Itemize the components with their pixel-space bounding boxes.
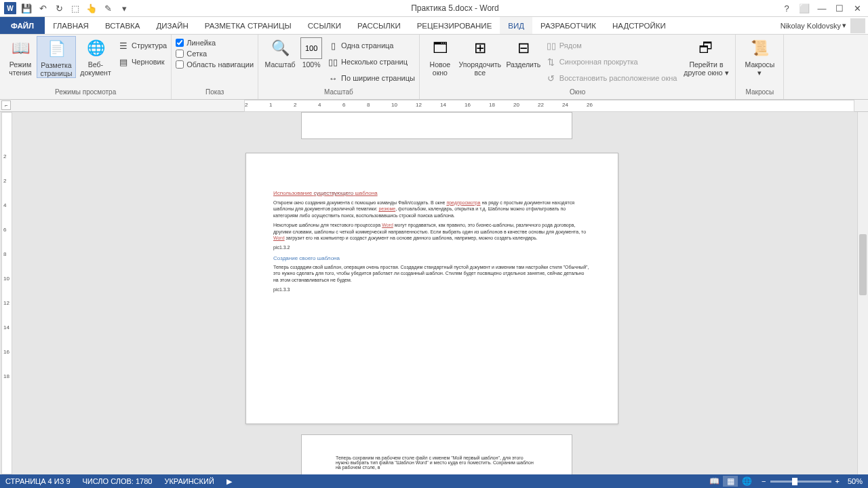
- sync-icon: ⇅: [546, 56, 557, 67]
- vertical-ruler[interactable]: 224681012141618: [1, 112, 12, 474]
- sync-scroll-button: ⇅Синхронная прокрутка: [546, 55, 677, 69]
- tab-insert[interactable]: ВСТАВКА: [97, 17, 149, 34]
- nav-pane-checkbox[interactable]: Область навигации: [176, 60, 254, 69]
- switch-icon: 🗗: [695, 37, 717, 59]
- qat-dropdown-icon[interactable]: ▾: [117, 1, 132, 16]
- redo-icon[interactable]: ↻: [52, 1, 66, 16]
- ribbon: 📖 Режим чтения 📄 Разметка страницы 🌐 Веб…: [0, 35, 868, 100]
- print-view-icon[interactable]: ▦: [723, 476, 738, 487]
- arrange-icon: ⊞: [469, 37, 491, 59]
- new-window-button[interactable]: 🗔 Новое окно: [424, 36, 456, 77]
- paragraph: Некоторые шаблоны для текстового процесс…: [273, 222, 591, 241]
- tab-view[interactable]: ВИД: [500, 17, 532, 34]
- gridlines-checkbox[interactable]: Сетка: [176, 50, 254, 58]
- group-views: 📖 Режим чтения 📄 Разметка страницы 🌐 Веб…: [0, 35, 172, 99]
- group-show: Линейка Сетка Область навигации Показ: [172, 35, 258, 99]
- user-account[interactable]: Nikolay Koldovsky ▾: [781, 17, 868, 34]
- zoom-button[interactable]: 🔍 Масштаб: [262, 36, 298, 69]
- macros-button[interactable]: 📜 Макросы▾: [740, 36, 779, 77]
- outline-button[interactable]: ☰Структура: [118, 39, 167, 52]
- scrollbar-thumb[interactable]: [859, 234, 867, 295]
- split-icon: ⊟: [513, 37, 534, 59]
- zoom-slider-knob[interactable]: [792, 478, 797, 485]
- tab-home[interactable]: ГЛАВНАЯ: [45, 17, 97, 34]
- group-label: Показ: [176, 88, 254, 99]
- split-button[interactable]: ⊟ Разделить: [504, 36, 543, 69]
- ruler-corner[interactable]: ⌐: [1, 100, 11, 110]
- draft-icon: ▤: [118, 56, 129, 67]
- status-word-count[interactable]: ЧИСЛО СЛОВ: 1780: [83, 477, 153, 485]
- tab-developer[interactable]: РАЗРАБОТЧИК: [532, 17, 604, 34]
- print-layout-icon: 📄: [45, 38, 67, 60]
- hundred-icon: 100: [300, 37, 322, 59]
- arrange-all-button[interactable]: ⊞ Упорядочить все: [456, 36, 504, 77]
- next-page[interactable]: Теперь сохраним на рабочем столе файл с …: [301, 434, 572, 474]
- side-by-side-button: ▯▯Рядом: [546, 39, 677, 52]
- undo-icon[interactable]: ↶: [35, 1, 50, 16]
- outline-icon: ☰: [118, 40, 129, 51]
- zoom-control: − + 50%: [762, 477, 863, 485]
- status-macro-icon[interactable]: ▶: [226, 477, 232, 486]
- reset-window-button: ↺Восстановить расположение окна: [546, 71, 677, 85]
- switch-window-button[interactable]: 🗗 Перейти в другое окно ▾: [681, 36, 731, 77]
- zoom-in-button[interactable]: +: [835, 477, 840, 485]
- status-page[interactable]: СТРАНИЦА 4 ИЗ 9: [5, 477, 71, 485]
- close-icon[interactable]: ✕: [849, 3, 865, 14]
- group-macros: 📜 Макросы▾ Макросы: [736, 35, 784, 99]
- print-layout-button[interactable]: 📄 Разметка страницы: [37, 36, 76, 78]
- zoom-out-button[interactable]: −: [762, 477, 766, 485]
- qat-item-icon[interactable]: ⬚: [68, 1, 83, 16]
- one-page-icon: ▯: [328, 40, 338, 51]
- window-controls: ? ⬜ — ☐ ✕: [778, 3, 868, 14]
- help-icon[interactable]: ?: [778, 3, 795, 14]
- zoom-icon: 🔍: [269, 37, 291, 59]
- tab-mailings[interactable]: РАССЫЛКИ: [349, 17, 409, 34]
- horizontal-ruler[interactable]: ⌐ 212468101214161820222426: [0, 100, 868, 112]
- word-app-icon[interactable]: W: [3, 1, 18, 16]
- tab-review[interactable]: РЕЦЕНЗИРОВАНИЕ: [409, 17, 500, 34]
- tab-file[interactable]: ФАЙЛ: [0, 17, 45, 34]
- maximize-icon[interactable]: ☐: [831, 3, 848, 14]
- user-name: Nikolay Koldovsky: [781, 22, 841, 30]
- one-page-button[interactable]: ▯Одна страница: [328, 39, 415, 52]
- read-mode-button[interactable]: 📖 Режим чтения: [4, 36, 37, 77]
- titlebar: W 💾 ↶ ↻ ⬚ 👆 ✎ ▾ Практика 5.docx - Word ?…: [0, 0, 868, 17]
- touch-mode-icon[interactable]: 👆: [84, 1, 99, 16]
- web-layout-button[interactable]: 🌐 Веб- документ: [76, 36, 115, 77]
- page-width-icon: ↔: [328, 73, 338, 83]
- tab-addins[interactable]: НАДСТРОЙКИ: [604, 17, 674, 34]
- paragraph: Теперь создадим свой шаблон, операция оч…: [273, 264, 591, 283]
- group-label: Макросы: [740, 88, 779, 99]
- quick-access-toolbar: W 💾 ↶ ↻ ⬚ 👆 ✎ ▾: [0, 1, 132, 16]
- avatar-icon: [850, 18, 865, 33]
- heading-1: Использование существующего шаблона: [273, 190, 591, 198]
- paragraph: Откроем окно создания документа с помощь…: [273, 200, 591, 219]
- vertical-scrollbar[interactable]: [857, 112, 868, 474]
- minimize-icon[interactable]: —: [814, 3, 830, 14]
- document-area: 224681012141618 Использование существующ…: [0, 112, 868, 474]
- tab-design[interactable]: ДИЗАЙН: [149, 17, 197, 34]
- hundred-percent-button[interactable]: 100 100%: [298, 36, 325, 69]
- heading-2: Создание своего шаблона: [273, 255, 591, 263]
- tab-layout[interactable]: РАЗМЕТКА СТРАНИЦЫ: [197, 17, 300, 34]
- ribbon-options-icon[interactable]: ⬜: [796, 3, 812, 14]
- new-window-icon: 🗔: [429, 37, 451, 59]
- ribbon-tabs: ФАЙЛ ГЛАВНАЯ ВСТАВКА ДИЗАЙН РАЗМЕТКА СТР…: [0, 17, 868, 35]
- previous-page[interactable]: [301, 112, 572, 139]
- zoom-slider[interactable]: [770, 481, 831, 483]
- page-width-button[interactable]: ↔По ширине страницы: [328, 71, 415, 85]
- save-icon[interactable]: 💾: [19, 1, 34, 16]
- web-view-icon[interactable]: 🌐: [739, 476, 754, 487]
- read-view-icon[interactable]: 📖: [707, 476, 722, 487]
- status-language[interactable]: УКРАИНСКИЙ: [164, 477, 214, 485]
- web-layout-icon: 🌐: [85, 37, 106, 59]
- tab-references[interactable]: ССЫЛКИ: [300, 17, 349, 34]
- draft-button[interactable]: ▤Черновик: [118, 55, 167, 69]
- document-page[interactable]: Использование существующего шаблона Откр…: [245, 153, 618, 424]
- brush-icon[interactable]: ✎: [100, 1, 115, 16]
- multi-page-button[interactable]: ▯▯Несколько страниц: [328, 55, 415, 69]
- ruler-checkbox[interactable]: Линейка: [176, 39, 254, 47]
- group-label: Масштаб: [262, 88, 415, 99]
- pic-placeholder: pic1.3.3: [273, 286, 591, 293]
- zoom-level[interactable]: 50%: [848, 477, 863, 485]
